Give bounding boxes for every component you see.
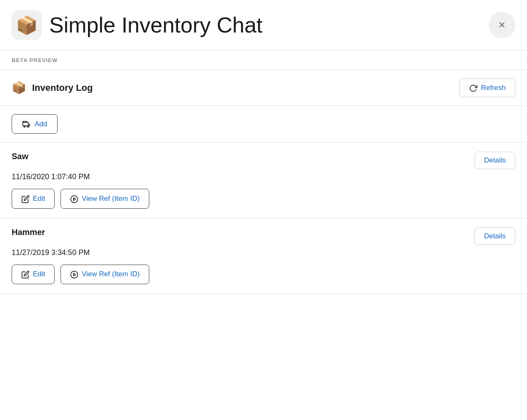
svg-point-1 xyxy=(24,126,25,127)
view-ref-button[interactable]: View Ref (Item ID) xyxy=(60,189,149,208)
edit-icon xyxy=(21,270,30,279)
inventory-item: Hammer Details 11/27/2019 3:34:50 PM Edi… xyxy=(0,218,527,294)
section-title: Inventory Log xyxy=(32,82,93,93)
beta-bar: BETA PREVIEW xyxy=(0,50,527,70)
refresh-button[interactable]: Refresh xyxy=(459,78,515,97)
item-actions: Edit View Ref (Item ID) xyxy=(12,189,515,208)
section-header-left: 📦 Inventory Log xyxy=(12,81,93,95)
beta-label: BETA PREVIEW xyxy=(12,57,58,63)
section-header: 📦 Inventory Log Refresh xyxy=(0,70,527,106)
item-header: Saw Details xyxy=(12,152,515,169)
item-actions: Edit View Ref (Item ID) xyxy=(12,265,515,284)
inventory-list: Saw Details 11/16/2020 1:07:40 PM Edit xyxy=(0,142,527,294)
refresh-icon xyxy=(469,83,477,92)
item-name: Saw xyxy=(12,152,28,161)
svg-point-3 xyxy=(71,195,78,202)
svg-point-2 xyxy=(28,126,29,127)
app-icon: 📦 xyxy=(12,10,42,40)
details-button[interactable]: Details xyxy=(474,152,515,169)
inventory-item: Saw Details 11/16/2020 1:07:40 PM Edit xyxy=(0,142,527,218)
svg-marker-4 xyxy=(74,198,76,200)
item-header: Hammer Details xyxy=(12,228,515,245)
view-ref-label: View Ref (Item ID) xyxy=(82,195,140,203)
view-ref-icon xyxy=(70,270,78,279)
svg-rect-0 xyxy=(23,122,28,126)
edit-label: Edit xyxy=(33,270,45,278)
add-row: Add xyxy=(0,106,527,142)
add-label: Add xyxy=(35,120,47,128)
close-button[interactable]: × xyxy=(489,12,515,38)
svg-marker-6 xyxy=(74,273,76,276)
add-button[interactable]: Add xyxy=(12,114,58,134)
inventory-icon: 📦 xyxy=(12,81,26,95)
item-date: 11/16/2020 1:07:40 PM xyxy=(12,172,515,181)
details-button[interactable]: Details xyxy=(474,228,515,245)
item-date: 11/27/2019 3:34:50 PM xyxy=(12,248,515,257)
close-icon: × xyxy=(499,18,505,32)
svg-point-5 xyxy=(71,271,78,278)
edit-icon xyxy=(21,194,30,203)
edit-button[interactable]: Edit xyxy=(12,265,55,284)
item-name: Hammer xyxy=(12,228,45,237)
view-ref-label: View Ref (Item ID) xyxy=(82,270,140,278)
app-header: 📦 Simple Inventory Chat × xyxy=(0,0,527,50)
header-left: 📦 Simple Inventory Chat xyxy=(12,10,263,40)
add-icon xyxy=(22,120,30,128)
edit-button[interactable]: Edit xyxy=(12,189,55,208)
view-ref-icon xyxy=(70,194,78,203)
edit-label: Edit xyxy=(33,195,45,203)
app-title: Simple Inventory Chat xyxy=(49,12,263,38)
refresh-label: Refresh xyxy=(481,84,506,92)
view-ref-button[interactable]: View Ref (Item ID) xyxy=(60,265,149,284)
